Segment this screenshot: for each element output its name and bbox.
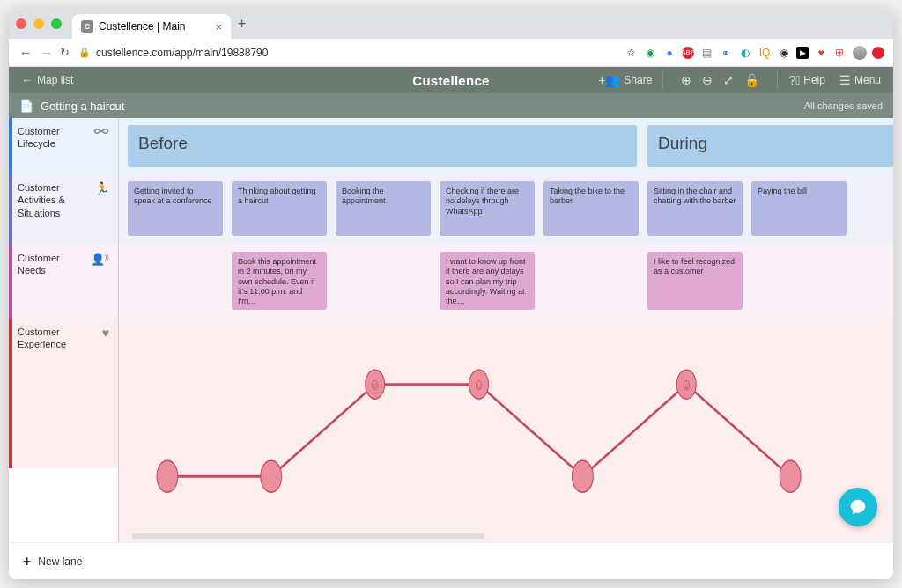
infinity-icon [93,125,109,139]
smiley-icon: ☺ [473,375,484,393]
card[interactable]: Paying the bill [751,181,847,236]
browser-tab[interactable]: C Custellence | Main × [72,14,231,39]
heart-icon: ♥ [102,326,109,340]
ext-icon[interactable]: ● [662,46,676,60]
zoom-out-icon[interactable]: ⊖ [699,71,716,89]
close-tab-icon[interactable]: × [215,20,222,33]
maximize-window-icon[interactable] [51,18,62,29]
lane-name: Customer Lifecycle [18,125,88,151]
back-to-maps-button[interactable]: ← Map list [18,71,77,89]
lane-row: BeforeDuring [119,118,893,174]
arrow-left-icon: ← [21,73,33,87]
favicon-icon: C [81,20,93,33]
lane-label[interactable]: Customer Experience♥ [9,319,118,468]
card[interactable]: Checking if there are no delays through … [440,181,535,236]
ext-icon[interactable]: ◐ [738,46,752,60]
map-body: Customer LifecycleCustomer Activities & … [9,118,893,542]
lane-row: ☺☺☺ [119,319,893,542]
plus-icon: + [23,554,31,570]
hamburger-icon: ☰ [839,73,851,87]
phase-card[interactable]: During [647,125,893,167]
window-controls [16,18,62,29]
help-icon: ?⃝ [788,73,800,87]
card[interactable]: I want to know up front if there are any… [440,252,535,310]
lane-name: Customer Needs [18,252,88,277]
ext-icon[interactable]: ABP [682,47,694,59]
lock-icon: 🔒 [78,47,91,58]
document-bar: 📄 Getting a haircut All changes saved [9,93,893,118]
experience-point[interactable] [157,460,178,492]
ext-icon[interactable]: ⛨ [833,46,847,60]
minimize-window-icon[interactable] [33,18,44,29]
extension-icons: ☆ ◉ ● ABP ▤ ⚭ ◐ IQ ◉ ▶ ♥ ⛨ [624,46,884,60]
chat-icon [848,497,868,517]
experience-point[interactable] [572,460,593,492]
chat-fab[interactable] [839,488,877,526]
card[interactable]: Thinking about getting a haircut [232,181,327,236]
card [336,252,431,310]
lane-name: Customer Activities & Situations [18,181,88,219]
run-icon: 🏃 [94,181,109,195]
save-status: All changes saved [804,100,883,111]
share-button[interactable]: +👥 Share [595,71,655,89]
experience-chart: ☺☺☺ [119,319,893,542]
browser-address-bar: ← → ↻ 🔒 custellence.com/app/main/1988879… [9,39,893,67]
help-label: Help [803,74,825,86]
ext-icon[interactable]: ⚭ [719,46,733,60]
url-text[interactable]: custellence.com/app/main/19888790 [96,47,618,59]
card[interactable]: Getting invited to speak at a conference [128,181,223,236]
menu-button[interactable]: ☰ Menu [836,71,884,89]
new-tab-button[interactable]: + [238,16,246,32]
lane-label[interactable]: Customer Needs👤)) [9,245,118,319]
back-icon[interactable]: ← [18,45,33,60]
ext-icon[interactable]: ◉ [777,46,791,60]
ext-icon[interactable]: IQ [758,46,772,60]
lock-icon[interactable]: 🔓 [741,71,763,89]
card [543,252,639,310]
browser-tab-strip: C Custellence | Main × + [9,9,893,39]
lane-content-column: BeforeDuringGetting invited to speak at … [119,118,893,542]
people-plus-icon: +👥 [598,73,620,87]
new-lane-label: New lane [38,555,82,568]
card[interactable]: Book this appointment in 2 minutes, on m… [232,252,327,310]
ext-icon[interactable]: ◉ [643,46,657,60]
help-button[interactable]: ?⃝ Help [785,71,829,89]
ext-icon[interactable] [872,47,884,59]
lane-label[interactable]: Customer Activities & Situations🏃 [9,174,118,245]
ext-icon[interactable]: ▤ [699,46,713,60]
forward-icon: → [39,45,55,60]
card[interactable]: Booking the appointment [336,181,431,236]
horizontal-scrollbar[interactable] [132,533,484,539]
menu-label: Menu [854,74,881,86]
avatar-icon[interactable] [853,46,867,60]
document-icon: 📄 [19,99,33,113]
lane-row: Book this appointment in 2 minutes, on m… [119,245,893,319]
card[interactable]: Sitting in the chair and chatting with t… [647,181,743,236]
card[interactable]: Taking the bike to the barber [543,181,639,236]
lane-row: Getting invited to speak at a conference… [119,174,893,245]
experience-point[interactable] [780,460,801,492]
close-window-icon[interactable] [16,18,26,29]
fullscreen-icon[interactable]: ⤢ [720,71,737,89]
new-lane-button[interactable]: + New lane [9,542,893,579]
card [751,252,847,310]
lane-labels-column: Customer LifecycleCustomer Activities & … [9,118,119,542]
back-label: Map list [37,74,73,86]
brand-logo: Custellence [412,73,490,88]
ext-icon[interactable]: ▶ [796,47,809,59]
tab-title: Custellence | Main [99,20,186,33]
lane-name: Customer Experience [18,326,88,351]
app-header: ← Map list Custellence +👥 Share ⊕ ⊖ ⤢ 🔓 … [9,67,893,93]
card [128,252,223,310]
experience-point[interactable] [261,460,282,492]
ext-icon[interactable]: ♥ [814,46,828,60]
zoom-in-icon[interactable]: ⊕ [677,71,695,89]
lane-label[interactable]: Customer Lifecycle [9,118,118,174]
card[interactable]: I like to feel recognized as a customer [647,252,743,310]
smiley-icon: ☺ [681,375,691,393]
document-title[interactable]: Getting a haircut [41,99,124,113]
star-icon[interactable]: ☆ [624,46,638,60]
smiley-icon: ☺ [370,375,381,393]
phase-card[interactable]: Before [128,125,637,167]
reload-icon[interactable]: ↻ [60,46,70,59]
